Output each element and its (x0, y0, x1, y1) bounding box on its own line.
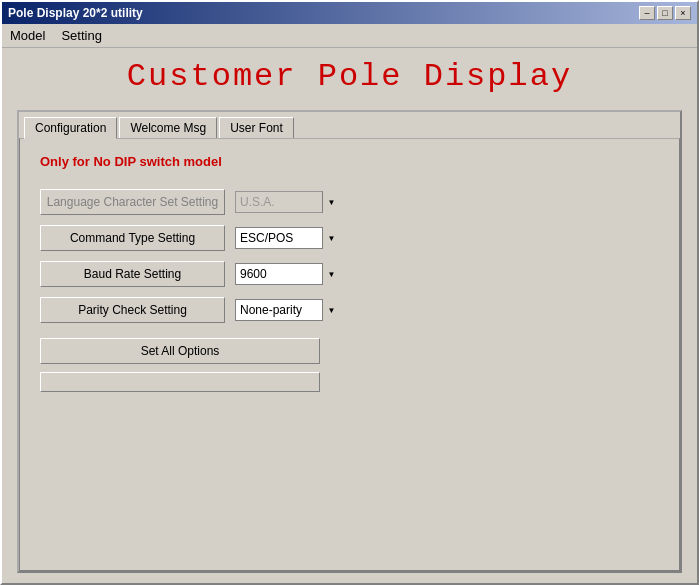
tab-user-font[interactable]: User Font (219, 117, 294, 139)
close-button[interactable]: × (675, 6, 691, 20)
tab-content-configuration: Only for No DIP switch model Language Ch… (19, 138, 680, 571)
parity-select[interactable]: None-parity Odd-parity Even-parity (235, 299, 340, 321)
tab-configuration[interactable]: Configuration (24, 117, 117, 139)
baud-rate-label: Baud Rate Setting (40, 261, 225, 287)
language-setting-row: Language Character Set Setting U.S.A. In… (40, 189, 659, 215)
menu-setting[interactable]: Setting (53, 26, 109, 45)
baud-rate-select-wrapper: 9600 4800 19200 38400 ▼ (235, 263, 340, 285)
menu-model[interactable]: Model (2, 26, 53, 45)
language-select-wrapper: U.S.A. International German French ▼ (235, 191, 340, 213)
window-title: Pole Display 20*2 utility (8, 6, 143, 20)
baud-rate-select[interactable]: 9600 4800 19200 38400 (235, 263, 340, 285)
tab-list: Configuration Welcome Msg User Font (19, 112, 680, 139)
progress-bar (40, 372, 320, 392)
command-type-select[interactable]: ESC/POS CD5220 Epson (235, 227, 340, 249)
settings-area: Language Character Set Setting U.S.A. In… (40, 189, 659, 323)
title-bar: Pole Display 20*2 utility – □ × (2, 2, 697, 24)
command-type-select-wrapper: ESC/POS CD5220 Epson ▼ (235, 227, 340, 249)
command-type-setting-row: Command Type Setting ESC/POS CD5220 Epso… (40, 225, 659, 251)
window-controls: – □ × (639, 6, 691, 20)
maximize-button[interactable]: □ (657, 6, 673, 20)
parity-select-wrapper: None-parity Odd-parity Even-parity ▼ (235, 299, 340, 321)
tab-welcome-msg[interactable]: Welcome Msg (119, 117, 217, 139)
set-all-options-button[interactable]: Set All Options (40, 338, 320, 364)
language-select[interactable]: U.S.A. International German French (235, 191, 340, 213)
baud-rate-setting-row: Baud Rate Setting 9600 4800 19200 38400 … (40, 261, 659, 287)
parity-setting-row: Parity Check Setting None-parity Odd-par… (40, 297, 659, 323)
tab-panel: Configuration Welcome Msg User Font Only… (17, 110, 682, 573)
menu-bar: Model Setting (2, 24, 697, 48)
command-type-label: Command Type Setting (40, 225, 225, 251)
language-label: Language Character Set Setting (40, 189, 225, 215)
parity-label: Parity Check Setting (40, 297, 225, 323)
window: Pole Display 20*2 utility – □ × Model Se… (0, 0, 699, 585)
minimize-button[interactable]: – (639, 6, 655, 20)
app-title: Customer Pole Display (17, 58, 682, 95)
content-area: Customer Pole Display Configuration Welc… (2, 48, 697, 583)
warning-message: Only for No DIP switch model (40, 154, 659, 169)
